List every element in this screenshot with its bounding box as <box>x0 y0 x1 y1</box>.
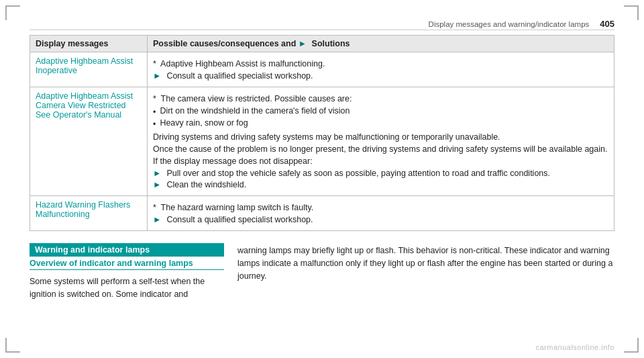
header-text: Display messages and warning/indicator l… <box>429 20 590 28</box>
bottom-right-text: warning lamps may briefly light up or fl… <box>237 243 614 301</box>
arrow-icon: ► <box>153 169 161 178</box>
arrow-icon: ► <box>153 180 161 189</box>
row1-solutions: * Adaptive Highbeam Assist is malfunctio… <box>148 52 614 87</box>
bullet-dot: • <box>153 107 156 117</box>
page-header: Display messages and warning/indicator l… <box>429 19 614 29</box>
bullet-text: Heavy rain, snow or fog <box>160 118 248 128</box>
table-row: Adaptive Highbeam Assist Camera View Res… <box>30 87 614 196</box>
row2-arrow2: Clean the windshield. <box>166 180 246 189</box>
col1-header: Display messages <box>30 36 148 52</box>
corner-mark-tr <box>624 5 639 20</box>
bottom-left-text: Some systems will perform a self-test wh… <box>30 275 224 301</box>
row3-solution2: Consult a qualified specialist workshop. <box>166 215 313 224</box>
section-header: Warning and indicator lamps <box>30 243 224 257</box>
arrow-header-icon: ► <box>299 39 307 48</box>
row3-left: Hazard Warning Flashers Malfunctioning <box>30 196 148 231</box>
arrow-icon: ► <box>153 71 161 81</box>
arrow-icon: ► <box>153 215 161 224</box>
table-row: Adaptive Highbeam Assist Inoperative * A… <box>30 52 614 87</box>
bullet-dot: • <box>153 120 156 129</box>
row2-arrow1: Pull over and stop the vehicle safely as… <box>166 169 550 178</box>
row1-left: Adaptive Highbeam Assist Inoperative <box>30 52 148 87</box>
bullet-item: • Dirt on the windshield in the camera's… <box>153 106 608 117</box>
bottom-section: Warning and indicator lamps Overview of … <box>30 243 614 301</box>
corner-mark-tl <box>5 5 20 20</box>
display-messages-table: Display messages Possible causes/consequ… <box>30 35 614 231</box>
table-row: Hazard Warning Flashers Malfunctioning *… <box>30 196 614 231</box>
row2-solutions: * The camera view is restricted. Possibl… <box>148 87 614 196</box>
row1-solution2: Consult a qualified specialist workshop. <box>166 71 313 81</box>
page-number: 405 <box>600 19 614 29</box>
header-divider <box>30 30 614 30</box>
watermark: carmanualsonline.info <box>535 343 614 351</box>
section-subheader: Overview of indicator and warning lamps <box>30 257 224 270</box>
bullet-text: Dirt on the windshield in the camera's f… <box>160 106 350 116</box>
col2-header: Possible causes/consequences and ► Solut… <box>148 36 614 52</box>
main-content: Display messages Possible causes/consequ… <box>30 35 614 345</box>
bottom-left: Warning and indicator lamps Overview of … <box>30 243 237 301</box>
corner-mark-br <box>624 338 639 353</box>
bullet-item: • Heavy rain, snow or fog <box>153 118 608 129</box>
row2-left: Adaptive Highbeam Assist Camera View Res… <box>30 87 148 196</box>
row3-solutions: * The hazard warning lamp switch is faul… <box>148 196 614 231</box>
corner-mark-bl <box>5 338 20 353</box>
